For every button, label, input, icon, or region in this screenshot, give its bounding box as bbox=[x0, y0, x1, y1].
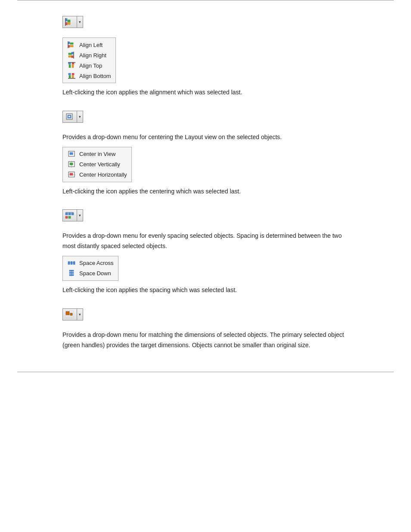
align-left-label: Align Left bbox=[79, 42, 103, 48]
svg-rect-40 bbox=[68, 216, 71, 218]
svg-rect-44 bbox=[73, 261, 75, 264]
svg-rect-38 bbox=[72, 213, 74, 215]
space-down-item[interactable]: Space Down bbox=[63, 268, 118, 279]
align-main-button[interactable] bbox=[62, 16, 77, 28]
svg-rect-43 bbox=[71, 261, 72, 264]
svg-rect-50 bbox=[66, 311, 69, 315]
svg-rect-37 bbox=[68, 213, 71, 215]
align-bottom-icon bbox=[67, 72, 77, 80]
center-toolbar-icon[interactable]: ▾ bbox=[62, 111, 83, 123]
svg-rect-17 bbox=[69, 65, 71, 68]
space-down-label: Space Down bbox=[79, 270, 111, 277]
svg-rect-27 bbox=[68, 116, 70, 117]
align-toolbar-icon[interactable]: ▾ bbox=[62, 16, 83, 28]
svg-rect-10 bbox=[72, 52, 73, 54]
space-across-icon bbox=[67, 259, 77, 268]
center-section: ▾ Provides a drop-down menu for centerin… bbox=[62, 111, 349, 197]
dimensions-toolbar-icon[interactable]: ▾ bbox=[62, 308, 83, 320]
center-vertically-label: Center Vertically bbox=[79, 161, 120, 168]
center-in-view-label: Center in View bbox=[79, 151, 115, 157]
align-bottom-label: Align Bottom bbox=[79, 73, 111, 79]
center-horizontally-label: Center Horizontally bbox=[79, 171, 127, 178]
spacing-dropdown-arrow[interactable]: ▾ bbox=[77, 209, 83, 221]
svg-rect-11 bbox=[72, 56, 73, 58]
dimensions-section: ▾ Provides a drop-down menu for matching… bbox=[62, 308, 349, 351]
svg-rect-7 bbox=[70, 43, 73, 44]
center-description: Left-clicking the icon applies the cente… bbox=[62, 187, 349, 197]
spacing-description-before: Provides a drop-down menu for evenly spa… bbox=[62, 231, 349, 252]
spacing-section: ▾ Provides a drop-down menu for evenly s… bbox=[62, 209, 349, 295]
svg-rect-20 bbox=[68, 73, 71, 75]
svg-rect-21 bbox=[72, 73, 74, 75]
svg-rect-12 bbox=[68, 53, 72, 55]
space-down-icon bbox=[67, 269, 77, 278]
main-content: ▾ Align Left bbox=[0, 0, 411, 372]
space-across-label: Space Across bbox=[79, 260, 114, 266]
center-horizontally-item[interactable]: Center Horizontally bbox=[63, 170, 131, 180]
align-left-item[interactable]: Align Left bbox=[63, 40, 115, 50]
center-vertically-item[interactable]: Center Vertically bbox=[63, 159, 131, 170]
svg-rect-13 bbox=[68, 56, 72, 57]
svg-rect-3 bbox=[68, 22, 70, 25]
center-main-button[interactable] bbox=[62, 111, 77, 123]
dimensions-dropdown-arrow[interactable]: ▾ bbox=[77, 308, 83, 320]
align-right-icon bbox=[67, 51, 77, 59]
center-menu: Center in View Center Vertically bbox=[62, 147, 132, 182]
spacing-menu: Space Across Space Down bbox=[62, 256, 118, 281]
svg-rect-31 bbox=[70, 163, 73, 165]
space-across-item[interactable]: Space Across bbox=[63, 258, 118, 268]
align-top-icon bbox=[67, 61, 77, 70]
center-description-before: Provides a drop-down menu for centering … bbox=[62, 132, 349, 143]
align-section: ▾ Align Left bbox=[62, 16, 349, 98]
align-description: Left-clicking the icon applies the align… bbox=[62, 87, 349, 98]
spacing-description: Left-clicking the icon applies the spaci… bbox=[62, 285, 349, 296]
center-in-view-icon bbox=[67, 150, 77, 159]
spacing-toolbar-icon[interactable]: ▾ bbox=[62, 209, 83, 221]
align-top-label: Align Top bbox=[79, 62, 102, 69]
align-menu: Align Left Align Right bbox=[62, 37, 116, 83]
align-right-label: Align Right bbox=[79, 52, 106, 59]
svg-rect-18 bbox=[72, 65, 74, 68]
align-right-item[interactable]: Align Right bbox=[63, 50, 115, 60]
center-vertically-icon bbox=[67, 160, 77, 169]
svg-rect-51 bbox=[70, 313, 72, 315]
align-left-icon bbox=[67, 40, 77, 49]
svg-rect-22 bbox=[69, 75, 71, 78]
svg-rect-2 bbox=[68, 20, 70, 22]
center-dropdown-arrow[interactable]: ▾ bbox=[77, 111, 83, 123]
dimensions-description: Provides a drop-down menu for matching t… bbox=[62, 330, 349, 351]
align-dropdown-arrow[interactable]: ▾ bbox=[77, 16, 83, 28]
spacing-main-button[interactable] bbox=[62, 209, 77, 221]
svg-rect-29 bbox=[70, 152, 73, 155]
bottom-divider bbox=[17, 372, 394, 372]
svg-rect-36 bbox=[65, 213, 68, 215]
center-in-view-item[interactable]: Center in View bbox=[63, 149, 131, 159]
center-horizontally-icon bbox=[67, 171, 77, 179]
svg-rect-23 bbox=[72, 75, 74, 78]
svg-rect-42 bbox=[68, 261, 70, 264]
svg-rect-39 bbox=[65, 216, 68, 218]
align-top-item[interactable]: Align Top bbox=[63, 60, 115, 71]
svg-rect-8 bbox=[70, 45, 73, 47]
align-bottom-item[interactable]: Align Bottom bbox=[63, 71, 115, 81]
dimensions-main-button[interactable] bbox=[62, 308, 77, 320]
